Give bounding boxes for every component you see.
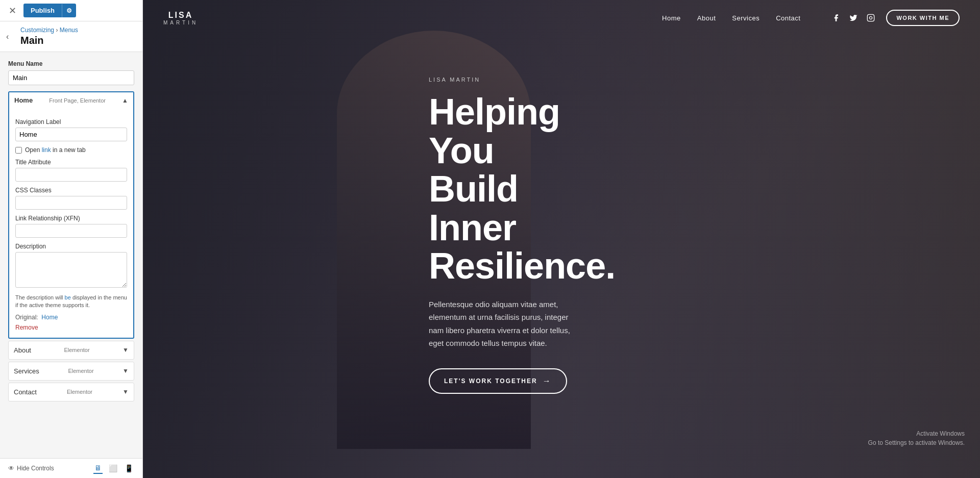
services-chevron-icon: ▼ [122, 367, 129, 374]
open-new-tab-checkbox[interactable] [15, 147, 22, 154]
home-item-type: Front Page, Elementor [49, 97, 106, 104]
open-new-tab-label: Open link in a new tab [25, 146, 86, 154]
desktop-icon[interactable]: 🖥 [93, 463, 103, 474]
page-title: Main [20, 35, 134, 46]
activate-windows-sub: Go to Settings to activate Windows. [868, 438, 965, 447]
contact-chevron-icon: ▼ [122, 388, 129, 395]
device-icons: 🖥 ⬜ 📱 [93, 463, 134, 474]
top-bar: ✕ Publish ⚙ [0, 0, 142, 21]
site-navbar: LISA MARTIN Home About Services Contact [143, 0, 980, 36]
original-row: Original: Home [15, 314, 127, 321]
eye-icon: 👁 [8, 465, 14, 472]
site-logo: LISA MARTIN [163, 11, 198, 26]
description-be-link: be [65, 294, 71, 300]
hide-controls-label: Hide Controls [17, 465, 54, 472]
hero-sub: Pellentesque odio aliquam vitae amet, el… [429, 298, 572, 350]
mobile-icon[interactable]: 📱 [124, 463, 134, 474]
link-rel-input[interactable] [15, 224, 127, 238]
facebook-icon[interactable] [831, 13, 841, 23]
title-attr-label: Title Attribute [15, 159, 127, 166]
hero-cta-button[interactable]: LET'S WORK TOGETHER → [429, 368, 567, 394]
contact-type: Elementor [67, 389, 92, 395]
activate-windows-title: Activate Windows [868, 429, 965, 438]
description-note: The description will be displayed in the… [15, 294, 127, 310]
open-new-tab-row: Open link in a new tab [15, 146, 127, 154]
hide-controls-button[interactable]: 👁 Hide Controls [8, 465, 54, 472]
hero-headline-line1: Helping You Build [429, 91, 560, 209]
css-classes-input[interactable] [15, 196, 127, 210]
nav-services[interactable]: Services [732, 13, 760, 22]
about-label: About [14, 346, 31, 354]
menu-item-home-header[interactable]: Home Front Page, Elementor ▲ [9, 92, 133, 108]
hero-headline-line2: Inner Resilience. [429, 207, 615, 287]
customizer-panel: ✕ Publish ⚙ ‹ Customizing › Menus Main M… [0, 0, 143, 478]
hero-headline: Helping You Build Inner Resilience. [429, 93, 572, 286]
description-label: Description [15, 243, 127, 250]
services-label: Services [14, 367, 39, 375]
menu-item-about[interactable]: About Elementor ▼ [8, 341, 134, 360]
work-with-me-button[interactable]: WORK WITH ME [886, 10, 960, 26]
breadcrumb-separator: › [56, 27, 58, 34]
bottom-bar: 👁 Hide Controls 🖥 ⬜ 📱 [0, 458, 142, 478]
logo-sub: MARTIN [163, 20, 198, 26]
contact-label: Contact [14, 388, 37, 396]
panel-content: Menu Name Home Front Page, Elementor ▲ N… [0, 52, 142, 458]
nav-label-field-label: Navigation Label [15, 118, 127, 125]
publish-gear-icon[interactable]: ⚙ [62, 4, 76, 17]
hero-cta-arrow-icon: → [543, 376, 552, 386]
about-type: Elementor [64, 347, 89, 353]
description-textarea[interactable] [15, 252, 127, 288]
nav-about[interactable]: About [697, 13, 716, 22]
home-item-label: Home [14, 96, 33, 104]
publish-button[interactable]: Publish ⚙ [23, 4, 76, 17]
logo-name: LISA [163, 11, 198, 20]
site-preview: LISA MARTIN Home About Services Contact [143, 0, 980, 478]
menu-item-home-expanded: Home Front Page, Elementor ▲ Navigation … [8, 91, 134, 339]
menu-item-services[interactable]: Services Elementor ▼ [8, 362, 134, 381]
hero-cta-label: LET'S WORK TOGETHER [444, 378, 537, 385]
link-rel-label: Link Relationship (XFN) [15, 215, 127, 222]
about-chevron-icon: ▼ [122, 346, 129, 354]
tablet-icon[interactable]: ⬜ [108, 463, 118, 474]
original-home-link[interactable]: Home [41, 314, 58, 321]
breadcrumb-menus[interactable]: Menus [60, 27, 78, 34]
close-button[interactable]: ✕ [5, 4, 19, 18]
link-text[interactable]: link [42, 146, 51, 154]
activate-windows-notice: Activate Windows Go to Settings to activ… [868, 429, 965, 447]
nav-contact[interactable]: Contact [776, 13, 800, 22]
remove-link[interactable]: Remove [15, 324, 38, 331]
publish-label: Publish [23, 4, 62, 17]
instagram-icon[interactable] [866, 13, 876, 23]
title-attr-input[interactable] [15, 168, 127, 182]
nav-links: Home About Services Contact [662, 13, 800, 22]
original-label: Original: [15, 314, 38, 321]
back-button[interactable]: ‹ [6, 32, 9, 41]
menu-item-contact[interactable]: Contact Elementor ▼ [8, 383, 134, 401]
menu-name-input[interactable] [8, 70, 134, 85]
hero-author-tag: LISA MARTIN [429, 77, 572, 83]
svg-rect-0 [868, 14, 874, 21]
css-classes-label: CSS Classes [15, 187, 127, 194]
breadcrumb-customizing[interactable]: Customizing [20, 27, 54, 34]
menu-item-home-body: Navigation Label Open link in a new tab … [9, 108, 133, 338]
services-type: Elementor [68, 368, 93, 374]
site-preview-panel: LISA MARTIN Home About Services Contact [143, 0, 980, 478]
breadcrumb: Customizing › Menus [20, 27, 134, 34]
nav-label-input[interactable] [15, 128, 127, 141]
twitter-icon[interactable] [848, 13, 859, 23]
nav-home[interactable]: Home [662, 13, 681, 22]
home-chevron-icon: ▲ [122, 97, 128, 104]
nav-social [831, 13, 876, 23]
menu-name-label: Menu Name [8, 60, 134, 67]
hero-content: LISA MARTIN Helping You Build Inner Resi… [143, 36, 602, 394]
breadcrumb-area: ‹ Customizing › Menus Main [0, 21, 142, 52]
